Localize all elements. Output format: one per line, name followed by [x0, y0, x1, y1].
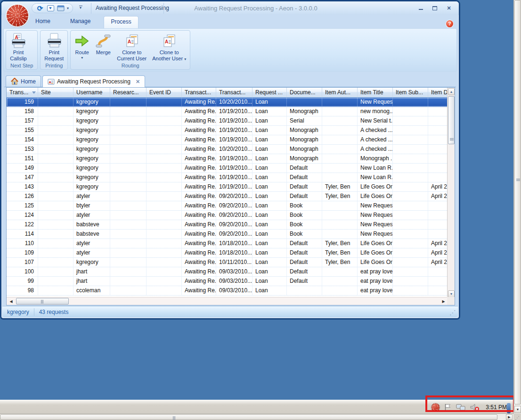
table-row[interactable]: 147kgregoryAwaiting Re...10/19/2010...Lo…: [7, 173, 448, 182]
grid-cell[interactable]: [287, 98, 322, 107]
grid-cell[interactable]: 10/11/2010...: [216, 258, 252, 267]
grid-cell[interactable]: 09/20/2010...: [216, 201, 252, 210]
grid-cell[interactable]: Awaiting Re...: [182, 192, 216, 201]
grid-cell[interactable]: [322, 164, 358, 173]
grid-cell[interactable]: Monograph: [287, 154, 322, 163]
grid-cell[interactable]: April 2: [428, 182, 448, 191]
grid-cell[interactable]: [428, 277, 448, 286]
grid-cell[interactable]: [393, 192, 428, 201]
grid-cell[interactable]: [38, 286, 73, 295]
grid-cell[interactable]: [38, 220, 73, 229]
grid-cell[interactable]: [110, 201, 147, 210]
table-row[interactable]: 159kgregoryAwaiting Re...10/20/2010...Lo…: [7, 98, 448, 107]
grid-cell[interactable]: 154: [7, 135, 38, 144]
grid-cell[interactable]: New Request: [358, 220, 393, 229]
clone-to-current-user-button[interactable]: A Clone to Current User: [114, 32, 149, 62]
grid-cell[interactable]: Loan: [252, 201, 287, 210]
grid-cell[interactable]: [147, 182, 182, 191]
grid-cell[interactable]: [393, 267, 428, 276]
grid-cell[interactable]: April 2: [428, 248, 448, 257]
grid-cell[interactable]: [322, 154, 358, 163]
complete-request-icon[interactable]: ♥: [46, 5, 55, 12]
grid-cell[interactable]: [393, 135, 428, 144]
grid-cell[interactable]: [147, 107, 182, 116]
table-row[interactable]: 98ccolemanAwaiting Re...09/03/2010...Loa…: [7, 286, 448, 296]
grid-cell[interactable]: [287, 286, 322, 295]
grid-cell[interactable]: [110, 164, 147, 173]
grid-cell[interactable]: [393, 173, 428, 182]
grid-cell[interactable]: [393, 154, 428, 163]
grid-cell[interactable]: A checked ...: [358, 145, 393, 154]
grid-cell[interactable]: Monograph ...: [358, 154, 393, 163]
grid-cell[interactable]: Life Goes On: [358, 182, 393, 191]
grid-cell[interactable]: [38, 164, 73, 173]
grid-cell[interactable]: kgregory: [73, 126, 110, 135]
grid-cell[interactable]: [38, 267, 73, 276]
grid-cell[interactable]: [38, 154, 73, 163]
grid-cell[interactable]: [147, 267, 182, 276]
grid-cell[interactable]: 10/19/2010...: [216, 173, 252, 182]
grid-cell[interactable]: [322, 286, 358, 295]
grid-cell[interactable]: [393, 230, 428, 239]
grid-cell[interactable]: [428, 145, 448, 154]
grid-cell[interactable]: Tyler, Ben: [322, 182, 358, 191]
grid-cell[interactable]: A checked ...: [358, 135, 393, 144]
window-dropdown-icon[interactable]: ▾: [67, 6, 69, 10]
grid-cell[interactable]: 107: [7, 258, 38, 267]
grid-cell[interactable]: [393, 286, 428, 295]
minimize-button[interactable]: [415, 4, 426, 12]
grid-cell[interactable]: [322, 267, 358, 276]
vertical-scroll-thumb[interactable]: [448, 96, 455, 144]
grid-cell[interactable]: [38, 230, 73, 239]
grid-cell[interactable]: [428, 201, 448, 210]
grid-cell[interactable]: [428, 286, 448, 295]
grid-cell[interactable]: [110, 248, 147, 257]
grid-cell[interactable]: jhart: [73, 267, 110, 276]
grid-cell[interactable]: [38, 145, 73, 154]
grid-cell[interactable]: [147, 145, 182, 154]
table-row[interactable]: 157kgregoryAwaiting Re...10/19/2010...Lo…: [7, 116, 448, 126]
grid-cell[interactable]: Monograph: [287, 135, 322, 144]
grid-cell[interactable]: [147, 116, 182, 125]
grid-cell[interactable]: ccoleman: [73, 286, 110, 295]
grid-cell[interactable]: [38, 173, 73, 182]
grid-cell[interactable]: Awaiting Re...: [182, 220, 216, 229]
grid-cell[interactable]: [393, 164, 428, 173]
grid-cell[interactable]: Awaiting Re...: [182, 116, 216, 125]
grid-cell[interactable]: 10/19/2010...: [216, 182, 252, 191]
grid-cell[interactable]: [147, 164, 182, 173]
grid-cell[interactable]: kgregory: [73, 135, 110, 144]
grid-cell[interactable]: [393, 126, 428, 135]
grid-cell[interactable]: Awaiting Re...: [182, 211, 216, 220]
grid-cell[interactable]: Default: [287, 248, 322, 257]
grid-cell[interactable]: [38, 277, 73, 286]
grid-cell[interactable]: [393, 201, 428, 210]
grid-cell[interactable]: [393, 258, 428, 267]
grid-cell[interactable]: Default: [287, 173, 322, 182]
grid-cell[interactable]: [393, 248, 428, 257]
column-header-item-aut[interactable]: Item Aut...: [322, 88, 358, 97]
grid-cell[interactable]: Loan: [252, 248, 287, 257]
grid-cell[interactable]: Life Goes On: [358, 258, 393, 267]
grid-cell[interactable]: 09/03/2010...: [216, 286, 252, 295]
grid-cell[interactable]: 10/19/2010...: [216, 107, 252, 116]
grid-cell[interactable]: Loan: [252, 98, 287, 107]
grid-cell[interactable]: btyler: [73, 201, 110, 210]
scroll-right-icon[interactable]: ▶: [440, 298, 447, 305]
grid-cell[interactable]: [110, 135, 147, 144]
grid-cell[interactable]: Monograph: [287, 145, 322, 154]
grid-cell[interactable]: Awaiting Re...: [182, 248, 216, 257]
grid-cell[interactable]: Loan: [252, 230, 287, 239]
grid-cell[interactable]: New Request: [358, 230, 393, 239]
grid-cell[interactable]: Monograph: [287, 126, 322, 135]
grid-cell[interactable]: Default: [287, 239, 322, 248]
grid-cell[interactable]: Book: [287, 230, 322, 239]
column-header-transact[interactable]: Transact...: [216, 88, 252, 97]
grid-cell[interactable]: 10/18/2010...: [216, 248, 252, 257]
grid-cell[interactable]: kgregory: [73, 145, 110, 154]
grid-cell[interactable]: New Loan R...: [358, 164, 393, 173]
grid-cell[interactable]: kgregory: [73, 173, 110, 182]
table-row[interactable]: 122babsteveAwaiting Re...09/20/2010...Lo…: [7, 220, 448, 230]
scroll-up-icon[interactable]: ▲: [448, 88, 455, 95]
grid-cell[interactable]: Loan: [252, 286, 287, 295]
